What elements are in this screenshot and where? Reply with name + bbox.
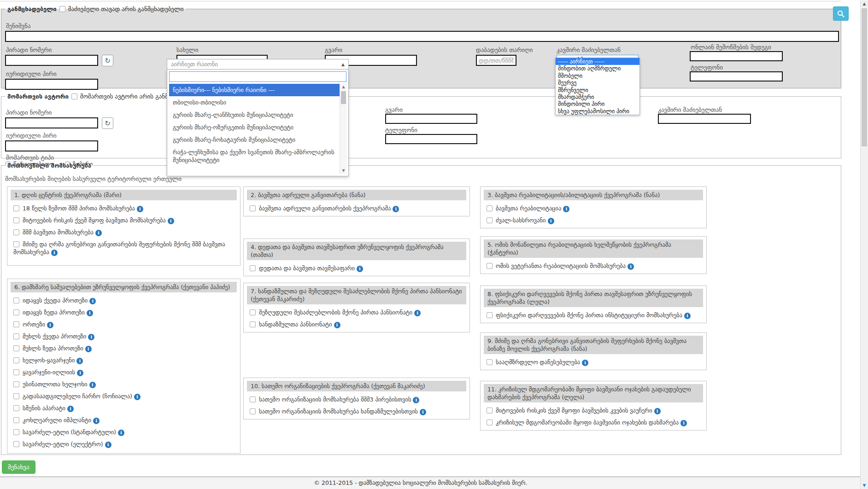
info-icon[interactable]: i <box>51 250 58 256</box>
info-icon[interactable]: i <box>357 266 363 272</box>
relation-option[interactable]: მზრუნველი <box>556 87 639 93</box>
service-checkbox[interactable] <box>487 217 493 223</box>
author-is-applicant-checkbox[interactable] <box>71 93 77 99</box>
info-icon[interactable]: i <box>93 418 100 424</box>
phone-input[interactable] <box>690 71 783 82</box>
service-checkbox[interactable] <box>13 393 19 399</box>
service-checkbox[interactable] <box>250 205 256 211</box>
service-checkbox[interactable] <box>13 229 19 235</box>
note-input[interactable] <box>5 31 839 42</box>
info-icon[interactable]: i <box>334 322 340 328</box>
info-icon[interactable]: i <box>684 313 691 319</box>
info-icon[interactable]: i <box>134 394 141 400</box>
info-icon[interactable]: i <box>95 230 102 236</box>
relation-option[interactable]: მინდობილი პირი <box>556 100 639 107</box>
service-checkbox[interactable] <box>13 405 19 411</box>
service-checkbox[interactable] <box>13 345 19 351</box>
info-icon[interactable]: i <box>563 206 569 212</box>
service-checkbox[interactable] <box>13 241 19 247</box>
author-relation-input[interactable] <box>658 114 751 124</box>
service-checkbox[interactable] <box>250 321 256 327</box>
service-checkbox[interactable] <box>13 417 19 423</box>
info-icon[interactable]: i <box>414 310 421 316</box>
relation-option[interactable]: სხვა უფლებამოსილი პირი <box>556 108 639 115</box>
save-button[interactable]: შენახვა <box>2 460 35 474</box>
region-option[interactable]: გურიის მხარე-ოზურგეთის მუნიციპალიტეტი <box>169 121 346 134</box>
relation-option[interactable]: მეურვე <box>556 79 639 86</box>
info-icon[interactable]: i <box>582 360 588 366</box>
info-icon[interactable]: i <box>137 206 143 212</box>
service-checkbox[interactable] <box>13 429 19 435</box>
region-option[interactable]: რაჭა-ლეჩხუმისა და ქვემო სვანეთის მხარე-ა… <box>169 146 346 166</box>
author-personal-number-input[interactable] <box>5 117 98 128</box>
info-icon[interactable]: i <box>47 322 53 328</box>
window-scrollbar[interactable]: ▲ ▼ <box>860 0 868 489</box>
scroll-down-icon[interactable]: ▼ <box>861 482 868 489</box>
info-icon[interactable]: i <box>420 409 426 415</box>
scroll-up-icon[interactable]: ▲ <box>340 84 346 90</box>
relation-option[interactable]: მშობელი <box>556 72 639 79</box>
service-checkbox[interactable] <box>13 309 19 315</box>
info-icon[interactable]: i <box>88 334 94 340</box>
info-icon[interactable]: i <box>89 382 96 388</box>
author-last-name-input[interactable] <box>385 114 477 124</box>
service-checkbox[interactable] <box>13 205 19 211</box>
birth-date-input[interactable] <box>476 55 516 66</box>
service-checkbox[interactable] <box>250 396 256 402</box>
service-checkbox[interactable] <box>487 419 493 425</box>
info-icon[interactable]: i <box>168 218 174 224</box>
service-checkbox[interactable] <box>250 408 256 414</box>
scroll-down-icon[interactable]: ▼ <box>340 168 346 174</box>
service-checkbox[interactable] <box>250 265 256 271</box>
info-icon[interactable]: i <box>76 358 83 364</box>
service-checkbox[interactable] <box>487 359 493 365</box>
info-icon[interactable]: i <box>680 420 687 426</box>
region-combobox[interactable]: აირჩიეთ რაიონი ▲ <box>167 59 349 70</box>
legal-person-input[interactable] <box>5 79 98 90</box>
service-checkbox[interactable] <box>487 205 493 211</box>
self-applicant-checkbox[interactable] <box>59 6 65 12</box>
service-checkbox[interactable] <box>13 333 19 339</box>
personal-number-input[interactable] <box>5 55 98 66</box>
info-icon[interactable]: i <box>548 218 554 224</box>
region-option[interactable]: ნებისმიერი--- ნებისმიერი რაიონი --- <box>169 84 346 96</box>
service-checkbox[interactable] <box>13 297 19 303</box>
scroll-up-icon[interactable]: ▲ <box>861 0 868 7</box>
info-icon[interactable]: i <box>628 263 634 270</box>
refresh-icon[interactable]: ↻ <box>102 55 113 66</box>
service-checkbox[interactable] <box>13 381 19 387</box>
service-checkbox[interactable] <box>13 357 19 363</box>
info-icon[interactable]: i <box>413 397 419 403</box>
region-search-input[interactable] <box>169 71 346 82</box>
service-checkbox[interactable] <box>487 312 493 318</box>
info-icon[interactable]: i <box>118 430 124 436</box>
info-icon[interactable]: i <box>654 408 661 414</box>
region-option[interactable]: გურიის მხარე-ჩოხატაურის მუნიციპალიტეტი <box>169 134 346 146</box>
service-checkbox[interactable] <box>250 309 256 315</box>
info-icon[interactable]: i <box>105 442 111 448</box>
scrollbar-thumb[interactable] <box>862 8 867 146</box>
author-legal-person-input[interactable] <box>5 140 98 151</box>
author-phone-input[interactable] <box>385 134 477 144</box>
region-option[interactable]: თბილისი-თბილისი <box>169 96 346 109</box>
refresh-icon[interactable]: ↻ <box>102 117 113 129</box>
relation-option[interactable]: ----- აირჩიეთ ----- <box>556 58 639 65</box>
region-option[interactable]: გურიის მხარე-ლანჩხუთის მუნიციპალიტეტი <box>169 109 346 121</box>
service-checkbox[interactable] <box>487 263 493 269</box>
info-icon[interactable]: i <box>85 346 92 352</box>
service-checkbox[interactable] <box>13 321 19 327</box>
info-icon[interactable]: i <box>393 206 399 212</box>
online-check-input[interactable] <box>690 51 783 61</box>
relation-option[interactable]: მხარდამჭერი <box>556 93 639 100</box>
search-button[interactable] <box>833 6 849 21</box>
service-checkbox[interactable] <box>13 441 19 447</box>
info-icon[interactable]: i <box>67 406 74 412</box>
info-icon[interactable]: i <box>77 370 83 376</box>
info-icon[interactable]: i <box>89 298 96 304</box>
info-icon[interactable]: i <box>87 310 93 316</box>
relation-option[interactable]: მინდობით აღმზრდელი <box>556 65 639 72</box>
region-list-scrollbar[interactable]: ▲ ▼ <box>340 84 346 174</box>
service-checkbox[interactable] <box>13 369 19 375</box>
scrollbar-thumb[interactable] <box>341 91 346 104</box>
service-checkbox[interactable] <box>13 217 19 223</box>
